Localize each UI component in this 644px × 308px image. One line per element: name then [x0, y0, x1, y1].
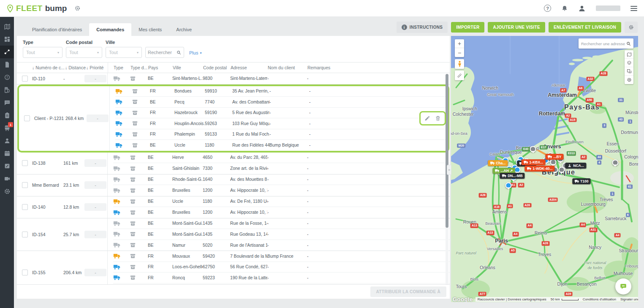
type-select[interactable]: Tout▾	[23, 47, 62, 58]
row-checkbox[interactable]	[22, 270, 28, 275]
order-row[interactable]: FRHouplin-Ancois...59263103 Rue Guy Môqu…	[115, 118, 448, 129]
sidebar-item-planning[interactable]	[0, 147, 14, 160]
vehicle-plate[interactable]: 1-WDK-40...	[524, 166, 554, 172]
tab-mes-clients[interactable]: Mes clients	[131, 23, 169, 36]
order-row[interactable]: FRMouvaux594207 Boulevard de la Ma...Bum…	[113, 251, 450, 262]
sidebar-item-reports[interactable]	[0, 160, 14, 172]
order-search-input[interactable]	[148, 50, 177, 55]
chat-fab-button[interactable]	[615, 278, 631, 294]
city-select[interactable]: Tout▾	[106, 47, 142, 58]
order-row[interactable]: FRPhalempin591331 Rue du Mal Foch, 5...-…	[115, 129, 448, 140]
edit-icon[interactable]	[424, 115, 430, 121]
sidebar-item-messages[interactable]	[0, 96, 14, 109]
tab-planification-d-itin-raires[interactable]: Planification d'itinéraires	[25, 23, 89, 36]
col-pays[interactable]: Pays	[148, 65, 173, 70]
row-checkbox[interactable]	[22, 204, 28, 210]
map-settings-gear-icon[interactable]	[625, 76, 633, 84]
col-code-postal[interactable]: Code postal	[203, 65, 231, 70]
order-row[interactable]: FRLoos-en-Gohelle6275056 Rue Condé, 6275…	[113, 262, 450, 273]
sidebar-item-camera[interactable]	[0, 172, 14, 185]
order-row[interactable]: BEMont-Saint-Gui...1435Rue de la Fosse, …	[113, 218, 450, 229]
postal-select[interactable]: Tout▾	[66, 47, 102, 58]
map-marker-gray[interactable]	[558, 166, 565, 173]
order-row[interactable]: BEMont-Saint-Gui...1435Rue Godeau 13, 14…	[113, 229, 450, 240]
split-view-icon[interactable]	[625, 67, 633, 76]
vehicle-plate[interactable]: 1-KBX...	[522, 159, 546, 165]
order-row[interactable]: BEHerve4650Av. du Parc 28, 4650 ...--	[113, 153, 450, 164]
order-search[interactable]	[145, 47, 184, 58]
col-numero[interactable]: ↓ Numéro de c...	[32, 65, 65, 70]
order-row[interactable]: FRRoncq59223190 Rue de la Latte P...--	[113, 273, 450, 283]
delete-icon[interactable]	[435, 115, 441, 121]
row-checkbox[interactable]	[22, 160, 28, 166]
col-distance[interactable]: ↓ Distance	[65, 65, 86, 70]
map-shortcuts-link[interactable]: Raccourcis clavier | Données cartographi…	[476, 297, 549, 302]
order-row[interactable]: FRBondues5991035 Av. Jean Perrin, 59...-…	[115, 86, 448, 97]
sidebar-item-dashboard[interactable]	[0, 33, 14, 46]
vehicle-plate[interactable]: DN...-MB	[500, 173, 524, 179]
row-checkbox[interactable]	[22, 76, 28, 82]
order-row[interactable]: BEBruxelles1200Av. Hippocrate 10, 12...-…	[113, 207, 450, 218]
help-icon[interactable]: ?	[544, 5, 551, 12]
map-mode-icon[interactable]	[625, 50, 633, 59]
sidebar-item-documents[interactable]	[0, 58, 14, 71]
sidebar-item-vehicles[interactable]: 1	[0, 122, 14, 134]
col-priorite[interactable]: ↓ Priorité	[86, 65, 108, 70]
layers-icon[interactable]	[625, 59, 633, 67]
pickup-delivery-button[interactable]: ENLÈVEMENT ET LIVRAISON	[549, 22, 621, 33]
instructions-button[interactable]: i INSTRUCTIONS	[397, 22, 448, 33]
vehicle-plate[interactable]: NCA...	[565, 163, 586, 169]
panel-expand-handle[interactable]: »	[447, 165, 451, 175]
import-button[interactable]: IMPORTER	[451, 22, 484, 33]
col-type-d[interactable]: Type d...	[130, 65, 148, 70]
vehicle-plate[interactable]: ...BY	[546, 154, 564, 160]
order-row[interactable]: BEBruxelles1200Av. Hippocrate 10, 12...-…	[113, 185, 450, 196]
sidebar-item-map[interactable]	[0, 20, 14, 33]
order-row[interactable]: BEUccle1180Rue des Fidèles 44, 1...Bump …	[115, 140, 448, 151]
zoom-out-button[interactable]: −	[455, 48, 464, 57]
tab-commandes[interactable]: Commandes	[89, 23, 131, 36]
col-adresse[interactable]: Adresse	[231, 65, 268, 70]
sidebar-item-fuel[interactable]	[0, 84, 14, 96]
user-avatar-icon[interactable]	[578, 5, 586, 12]
more-filters-link[interactable]: Plus▾	[189, 50, 201, 58]
col-type[interactable]: Type	[114, 65, 130, 70]
sidebar-item-routes[interactable]	[0, 46, 14, 58]
col-ville[interactable]: Ville	[173, 65, 203, 70]
add-visit-button[interactable]: AJOUTER UNE VISITE	[488, 22, 545, 33]
map-marker-gray[interactable]	[550, 159, 556, 165]
vehicle-plate[interactable]: T100	[572, 178, 590, 184]
sidebar-item-alerts[interactable]	[0, 71, 14, 84]
measure-ruler-icon[interactable]	[455, 71, 464, 80]
sidebar-item-tasks[interactable]	[0, 109, 14, 122]
order-row[interactable]: BESaint-Ghislain7330Zone art. de la Rivi…	[113, 163, 450, 174]
map[interactable]: NorwichGreat YarmouthIpswichColchesterut…	[451, 36, 638, 302]
row-checkbox[interactable]	[24, 115, 30, 121]
map-marker-gray[interactable]	[530, 146, 536, 152]
sidebar-item-drivers[interactable]	[0, 134, 14, 147]
order-row[interactable]: BENamur5020Rue de l'Artisanat 12, ...--	[113, 240, 450, 251]
map-search-input[interactable]	[581, 41, 626, 46]
col-client[interactable]: Nom du client	[268, 65, 307, 70]
order-row[interactable]: FRHazebrouck591905 Rue des Augustins, ..…	[115, 108, 448, 119]
row-checkbox[interactable]	[22, 232, 28, 237]
order-row[interactable]: BEPecq7740Av. des Combattants ...--	[115, 97, 448, 108]
notifications-bell-icon[interactable]	[561, 5, 568, 12]
header-gear-icon[interactable]	[74, 5, 81, 11]
order-row[interactable]: BEUccle1180Av. De Fré, 1180 Uccl...--	[113, 196, 450, 207]
map-marker-blue[interactable]	[505, 183, 512, 189]
map-search[interactable]	[579, 38, 633, 49]
map-terms-link[interactable]: Conditions d'utilisation	[581, 297, 618, 302]
order-row[interactable]: BESint-Martens-L...9830Sint-Martens-Late…	[113, 73, 450, 84]
table-settings-gear-button[interactable]	[625, 22, 638, 33]
map-marker-blue[interactable]	[514, 166, 520, 173]
sidebar-item-settings[interactable]	[0, 185, 14, 198]
table-scrollbar[interactable]	[446, 74, 448, 287]
col-remarques[interactable]: Remarques	[307, 65, 450, 70]
row-checkbox[interactable]	[22, 182, 28, 188]
map-report-error-link[interactable]: Signaler une erreur cartographique	[618, 297, 638, 302]
map-marker-gray[interactable]	[612, 159, 618, 166]
vehicle-plate[interactable]: Cha...	[488, 160, 508, 166]
zoom-in-button[interactable]: +	[455, 39, 464, 48]
tab-archive[interactable]: Archive	[169, 23, 199, 36]
